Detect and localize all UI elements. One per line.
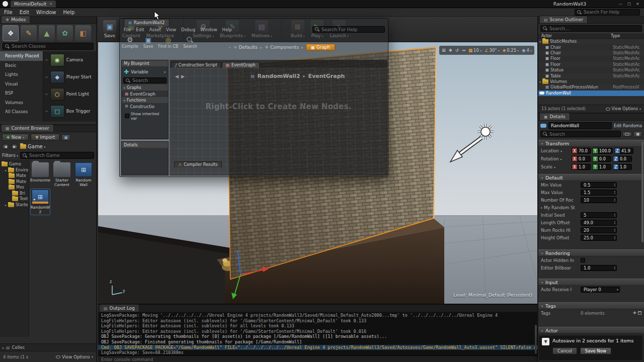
content-view-options[interactable]: View Options▾: [56, 354, 93, 359]
content-browser-tab[interactable]: ▦Content Browser: [1, 124, 54, 132]
tree-item[interactable]: Mes: [2, 185, 29, 191]
mode-foliage-icon[interactable]: ✿: [57, 25, 73, 41]
placeable-point-light[interactable]: ≡ ○ Point Light: [43, 85, 96, 103]
scale-z-field[interactable]: Z1.0: [613, 164, 632, 170]
add-variable-icon[interactable]: ✚: [124, 68, 129, 75]
document-tab[interactable]: MinimalDefault ✕: [11, 1, 56, 8]
tree-item[interactable]: Text: [2, 196, 29, 202]
outliner-row[interactable]: ChairStaticMeshAc: [538, 44, 644, 50]
menu-help[interactable]: Help: [63, 10, 75, 15]
my-blueprint-search-input[interactable]: [132, 78, 164, 83]
location-y-field[interactable]: Y100.0: [592, 148, 613, 154]
nav-back-icon[interactable]: ◀: [175, 74, 179, 79]
camera-speed-control[interactable]: ◉4▾: [522, 48, 532, 53]
height-offset-field[interactable]: 25.0▴▾: [581, 235, 617, 241]
asset-blueprint-randomwall2[interactable]: ⊞ ★ RandomW 2: [30, 189, 50, 215]
outliner-row-selected[interactable]: RandomWall: [538, 90, 644, 96]
autosave-cancel-button[interactable]: Cancel: [552, 347, 577, 354]
bp-help-search-input[interactable]: [321, 27, 382, 32]
location-z-field[interactable]: Z41.9: [614, 148, 633, 154]
help-search-input[interactable]: [584, 10, 637, 15]
details-scrollbar[interactable]: [641, 142, 643, 242]
add-variable-label[interactable]: Variable: [131, 69, 148, 74]
outliner-row[interactable]: TableStaticMeshAc: [538, 73, 644, 78]
number-of-rocks-field[interactable]: 10▴▾: [581, 197, 617, 203]
outliner-row[interactable]: FloorStaticMeshAc: [538, 62, 644, 67]
initial-seed-field[interactable]: 5▴▾: [581, 212, 617, 218]
outliner-search-box[interactable]: [540, 25, 642, 32]
bp-save-button[interactable]: ▣Save: [143, 36, 153, 49]
tree-item[interactable]: Game: [2, 161, 29, 167]
category-recently-placed[interactable]: Recently Placed: [0, 51, 43, 61]
bp-help-search-box[interactable]: [312, 26, 385, 33]
bp-menu-asset[interactable]: Asset: [149, 27, 161, 32]
forward-button[interactable]: ▶: [11, 144, 18, 150]
collections-bar[interactable]: ▸▤ Collec: [0, 343, 96, 351]
components-mode-button[interactable]: ❖Components: [265, 45, 299, 50]
type-column-header[interactable]: Type: [611, 34, 641, 38]
bp-menu-help[interactable]: Help: [222, 27, 232, 32]
placeable-camera[interactable]: ≡ ◉ Camera: [43, 51, 96, 68]
category-lights[interactable]: Lights: [0, 70, 43, 79]
asset-folder-random-wall[interactable]: ⊞ Random Wall: [73, 162, 94, 187]
details-search-box[interactable]: [540, 131, 621, 137]
asset-folder-environment[interactable]: Environme: [30, 162, 50, 187]
mode-place-icon[interactable]: ❖: [3, 25, 19, 41]
outliner-row[interactable]: FloorStaticMeshAc: [538, 56, 644, 61]
tags-section-header[interactable]: ▾Tags: [538, 302, 644, 309]
details-search-input[interactable]: [549, 132, 618, 137]
min-value-field[interactable]: 0.5▴▾: [581, 182, 617, 188]
scale-x-field[interactable]: X1.0: [572, 164, 591, 170]
bp-menu-edit[interactable]: Edit: [136, 27, 144, 32]
modes-tab[interactable]: ❖Modes: [1, 16, 30, 23]
menu-file[interactable]: File: [4, 10, 13, 15]
bp-menu-window[interactable]: Window: [200, 27, 217, 32]
minimize-button[interactable]: —: [616, 1, 625, 7]
menu-window[interactable]: Window: [36, 10, 56, 15]
breadcrumb[interactable]: Game▸: [20, 144, 46, 149]
category-all-classes[interactable]: All Classes: [0, 107, 43, 117]
details-tab[interactable]: ▣Details: [539, 113, 570, 120]
close-button[interactable]: ✕: [633, 1, 642, 7]
editor-billboard-field[interactable]: 1.0▴▾: [581, 265, 617, 271]
bp-menu-file[interactable]: File: [124, 27, 131, 32]
grid-snap-control[interactable]: ▦10▾: [468, 48, 481, 53]
mode-geometry-icon[interactable]: ◧: [75, 25, 91, 41]
tree-item[interactable]: ▸Enviro: [2, 167, 29, 173]
actor-hidden-checkbox[interactable]: [581, 258, 585, 262]
rotation-x-field[interactable]: X0.0: [572, 156, 591, 162]
bp-search-button[interactable]: Search: [183, 36, 197, 49]
graph-breadcrumb[interactable]: ⊞ RandomWall2 ▸ EventGraph: [251, 73, 345, 79]
construction-script-tab[interactable]: ƒConstruction Script: [171, 62, 221, 68]
max-value-field[interactable]: 1.5▴▾: [581, 190, 617, 196]
console-command-input[interactable]: [101, 357, 534, 362]
autosave-save-now-button[interactable]: Save Now: [580, 347, 611, 354]
outliner-row[interactable]: StatueStaticMeshAc: [538, 67, 644, 73]
graph-mode-button[interactable]: ▦Graph: [306, 44, 335, 51]
rendering-section-header[interactable]: ▾Rendering: [538, 249, 644, 256]
tree-item[interactable]: Mate: [2, 179, 29, 185]
checkbox[interactable]: [125, 114, 129, 118]
rotation-z-field[interactable]: Z0.0: [613, 156, 632, 162]
bp-details-tab-label[interactable]: Details: [124, 143, 138, 147]
log-line-highlighted[interactable]: Cmd: OBJ SAVEPACKAGE PACKAGE="/Game/Rand…: [98, 345, 537, 350]
outliner-view-options[interactable]: View Options▾: [606, 107, 641, 111]
actor-column-header[interactable]: Actor: [541, 34, 611, 38]
classes-search-input[interactable]: [12, 44, 91, 49]
import-button[interactable]: ▼Import: [31, 134, 59, 141]
actor-section-header[interactable]: ▾Actor: [538, 327, 644, 334]
maximize-viewport-icon[interactable]: ⊞: [442, 48, 446, 53]
asset-folder-starter-content[interactable]: Starter Content: [52, 162, 72, 187]
outliner-row[interactable]: ▾StaticMeshes: [538, 39, 644, 44]
help-search-box[interactable]: [575, 9, 640, 16]
bp-menu-view[interactable]: View: [166, 27, 176, 32]
save-all-button[interactable]: ▣: [61, 134, 70, 141]
find-in-cb-button[interactable]: ◎Find in CB: [158, 36, 178, 49]
add-tag-icon[interactable]: ✚: [633, 311, 636, 315]
log-scrollbar[interactable]: [535, 325, 537, 354]
construction-script-item[interactable]: ⚙Constructio: [122, 103, 168, 110]
compile-button[interactable]: ⚙Compile: [122, 36, 138, 49]
nav-forward-icon[interactable]: ▶: [181, 74, 185, 79]
rotate-tool-icon[interactable]: ↺: [455, 48, 459, 53]
content-search-box[interactable]: [20, 152, 94, 159]
